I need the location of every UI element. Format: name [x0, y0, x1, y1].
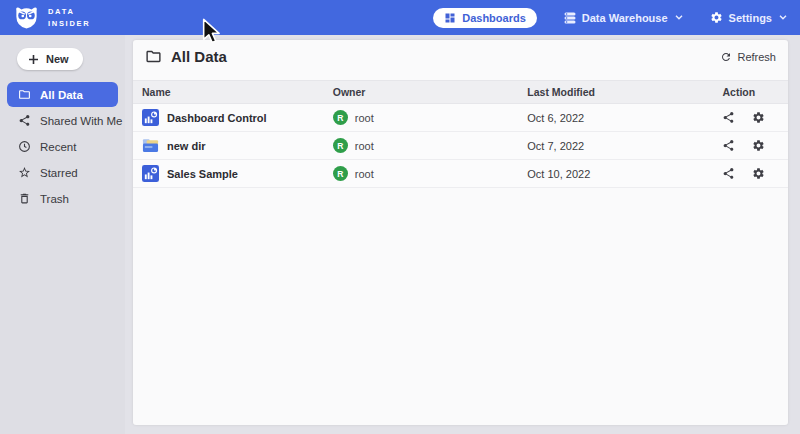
data-warehouse-menu[interactable]: Data Warehouse — [564, 12, 683, 24]
settings-label: Settings — [729, 12, 772, 24]
sidebar-item-label: Trash — [40, 193, 69, 205]
owner-avatar: R — [333, 166, 348, 181]
owl-logo-icon — [13, 4, 40, 31]
clock-icon — [18, 140, 31, 153]
table-row[interactable]: new dir R root Oct 7, 2022 — [133, 132, 788, 160]
database-icon — [564, 12, 576, 24]
sidebar-nav: All Data Shared With Me Recent Starred T… — [0, 82, 125, 211]
page-title: All Data — [171, 48, 227, 65]
new-button-label: New — [46, 53, 69, 65]
refresh-button[interactable]: Refresh — [720, 51, 776, 63]
last-modified: Oct 7, 2022 — [527, 140, 722, 152]
table-row[interactable]: Sales Sample R root Oct 10, 2022 — [133, 160, 788, 188]
table-header: Name Owner Last Modified Action — [133, 80, 788, 104]
dashboard-file-icon — [142, 109, 159, 126]
refresh-label: Refresh — [737, 51, 776, 63]
data-warehouse-label: Data Warehouse — [582, 12, 668, 24]
dashboards-label: Dashboards — [462, 12, 526, 24]
gear-icon — [710, 11, 723, 24]
owner-name: root — [355, 140, 374, 152]
last-modified: Oct 10, 2022 — [527, 168, 722, 180]
sidebar-item-recent[interactable]: Recent — [7, 134, 118, 159]
column-header-last-modified: Last Modified — [527, 86, 722, 98]
plus-icon — [28, 54, 39, 65]
header-nav: Dashboards Data Warehouse — [433, 8, 787, 28]
app-logo: DATA INSIDER — [13, 4, 90, 31]
star-icon — [18, 166, 31, 179]
share-button[interactable] — [722, 167, 735, 180]
table-row[interactable]: Dashboard Control R root Oct 6, 2022 — [133, 104, 788, 132]
page-header: All Data Refresh — [133, 40, 788, 73]
sidebar-item-all-data[interactable]: All Data — [7, 82, 118, 107]
folder-icon — [145, 48, 162, 65]
brand-line-1: DATA — [48, 6, 90, 18]
settings-button[interactable] — [752, 139, 765, 152]
owner-avatar: R — [333, 138, 348, 153]
settings-button[interactable] — [752, 111, 765, 124]
file-name: Sales Sample — [167, 168, 238, 180]
last-modified: Oct 6, 2022 — [527, 112, 722, 124]
owner-name: root — [355, 168, 374, 180]
sidebar-item-starred[interactable]: Starred — [7, 160, 118, 185]
refresh-icon — [720, 51, 732, 63]
brand-line-2: INSIDER — [48, 18, 90, 30]
sidebar-item-label: Shared With Me — [40, 115, 122, 127]
column-header-owner: Owner — [333, 86, 528, 98]
dashboard-file-icon — [142, 165, 159, 182]
sidebar-item-label: All Data — [40, 89, 83, 101]
column-header-action: Action — [722, 86, 788, 98]
share-button[interactable] — [722, 139, 735, 152]
app-header: DATA INSIDER Dashboards — [0, 0, 800, 35]
chevron-down-icon — [779, 15, 787, 20]
sidebar: New All Data Shared With Me Recent Starr… — [0, 35, 125, 434]
file-name: new dir — [167, 140, 206, 152]
chevron-down-icon — [675, 15, 683, 20]
file-name: Dashboard Control — [167, 112, 267, 124]
main-panel: All Data Refresh Name Owner Last Modifie… — [133, 40, 788, 425]
owner-avatar: R — [333, 110, 348, 125]
new-button[interactable]: New — [17, 48, 83, 70]
dashboards-button[interactable]: Dashboards — [433, 8, 537, 28]
settings-menu[interactable]: Settings — [710, 11, 787, 24]
share-button[interactable] — [722, 111, 735, 124]
owner-name: root — [355, 112, 374, 124]
settings-button[interactable] — [752, 167, 765, 180]
sidebar-item-label: Starred — [40, 167, 78, 179]
dashboard-grid-icon — [444, 12, 456, 24]
column-header-name: Name — [133, 86, 333, 98]
folder-icon — [18, 88, 31, 101]
trash-icon — [18, 192, 31, 205]
sidebar-item-label: Recent — [40, 141, 76, 153]
sidebar-item-shared-with-me[interactable]: Shared With Me — [7, 108, 118, 133]
folder-file-icon — [142, 137, 159, 154]
sidebar-item-trash[interactable]: Trash — [7, 186, 118, 211]
share-icon — [18, 114, 31, 127]
